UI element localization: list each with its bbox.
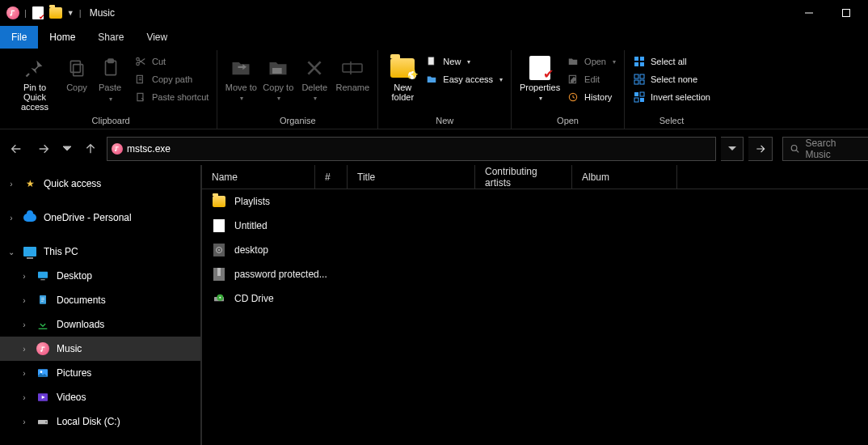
paste-label: Paste▾ xyxy=(99,83,123,104)
svg-rect-20 xyxy=(640,74,644,78)
item-name: Playlists xyxy=(234,196,270,207)
copy-button[interactable]: Copy xyxy=(60,53,94,94)
paste-shortcut-button[interactable]: Paste shortcut xyxy=(131,89,212,105)
tab-file[interactable]: File xyxy=(0,26,38,49)
back-button[interactable] xyxy=(5,138,27,160)
delete-button[interactable]: Delete▾ xyxy=(297,53,332,104)
newfolder-icon: ✨ xyxy=(390,55,415,81)
address-history-button[interactable] xyxy=(721,137,744,161)
expand-icon[interactable]: › xyxy=(6,214,16,222)
paste-button[interactable]: Paste▾ xyxy=(94,53,128,105)
edit-button[interactable]: Edit xyxy=(563,71,619,87)
select-none-button[interactable]: Select none xyxy=(630,71,714,87)
svg-rect-10 xyxy=(272,68,282,74)
tree-label: Quick access xyxy=(44,178,101,189)
group-clipboard-label: Clipboard xyxy=(92,114,130,129)
tree-onedrive[interactable]: › OneDrive - Personal xyxy=(0,206,201,230)
tree-pictures[interactable]: › Pictures xyxy=(0,361,201,385)
copy-to-button[interactable]: Copy to▾ xyxy=(259,53,297,104)
tree-videos[interactable]: › Videos xyxy=(0,385,201,409)
address-input[interactable] xyxy=(127,143,715,155)
cut-button[interactable]: Cut xyxy=(131,53,212,70)
group-organise-label: Organise xyxy=(280,114,316,129)
collapse-icon[interactable]: ⌄ xyxy=(6,248,16,256)
easy-access-button[interactable]: Easy access ▾ xyxy=(422,71,506,87)
list-item-untitled[interactable]: Untitled xyxy=(202,214,868,238)
minimize-button[interactable] xyxy=(790,1,828,25)
tab-home[interactable]: Home xyxy=(38,26,86,49)
column-title[interactable]: Title xyxy=(348,165,475,189)
forward-button[interactable] xyxy=(32,138,55,160)
address-bar[interactable] xyxy=(107,137,716,161)
file-list[interactable]: Name # Title Contributing artists Album … xyxy=(202,165,868,445)
item-name: CD Drive xyxy=(234,293,274,304)
svg-rect-3 xyxy=(70,61,80,72)
edit-label: Edit xyxy=(584,74,600,84)
copypath-icon xyxy=(134,73,147,86)
copyto-label: Copy to▾ xyxy=(263,83,293,103)
column-name[interactable]: Name xyxy=(202,165,315,189)
recent-locations-button[interactable] xyxy=(60,138,74,160)
ini-file-icon xyxy=(212,243,226,257)
rename-label: Rename xyxy=(336,83,370,92)
list-item-desktop[interactable]: desktop xyxy=(202,238,868,262)
tree-quick-access[interactable]: › ★ Quick access xyxy=(0,172,201,196)
address-go-button[interactable] xyxy=(748,137,773,161)
select-all-button[interactable]: Select all xyxy=(630,53,714,70)
expand-icon[interactable]: › xyxy=(19,272,29,281)
expand-icon[interactable]: › xyxy=(19,369,29,378)
column-contributing[interactable]: Contributing artists xyxy=(475,165,572,189)
expand-icon[interactable]: › xyxy=(19,393,29,402)
search-box[interactable]: Search Music xyxy=(782,137,868,161)
tab-share[interactable]: Share xyxy=(86,26,135,49)
properties-button[interactable]: ✔ Properties▾ xyxy=(516,53,563,104)
desktop-icon xyxy=(36,269,50,283)
separator-icon: | xyxy=(24,8,27,18)
qat-dropdown-icon[interactable]: ▼ xyxy=(67,9,74,17)
tab-view[interactable]: View xyxy=(135,26,179,49)
file-icon xyxy=(212,218,226,233)
column-album[interactable]: Album xyxy=(572,165,677,189)
new-folder-button[interactable]: ✨ New folder xyxy=(383,53,422,104)
qat-properties-icon[interactable] xyxy=(32,6,44,19)
pc-icon xyxy=(23,244,37,259)
tree-downloads[interactable]: › Downloads xyxy=(0,312,201,337)
expand-icon[interactable]: › xyxy=(19,417,29,426)
list-item-playlists[interactable]: Playlists xyxy=(202,189,868,214)
history-button[interactable]: History xyxy=(563,89,619,105)
new-item-button[interactable]: New ▾ xyxy=(422,53,506,70)
tree-local-disk[interactable]: › Local Disk (C:) xyxy=(0,409,201,434)
properties-label: Properties▾ xyxy=(520,83,560,103)
up-button[interactable] xyxy=(79,138,102,160)
edit-icon xyxy=(567,73,579,86)
open-label: Open xyxy=(584,57,606,66)
svg-rect-5 xyxy=(108,59,114,62)
list-item-password[interactable]: password protected... xyxy=(202,262,868,286)
rename-button[interactable]: Rename xyxy=(332,53,373,94)
expand-icon[interactable]: › xyxy=(6,180,16,189)
qat-folder-icon[interactable] xyxy=(49,6,62,19)
documents-icon xyxy=(36,293,50,307)
navigation-pane[interactable]: › ★ Quick access › OneDrive - Personal ⌄… xyxy=(0,165,202,445)
svg-rect-26 xyxy=(640,98,644,102)
tree-documents[interactable]: › Documents xyxy=(0,288,201,312)
expand-icon[interactable]: › xyxy=(19,345,29,354)
tree-desktop[interactable]: › Desktop xyxy=(0,264,201,288)
item-name: Untitled xyxy=(234,220,268,231)
copy-icon xyxy=(64,55,90,81)
properties-icon: ✔ xyxy=(527,55,553,81)
tree-this-pc[interactable]: ⌄ This PC xyxy=(0,239,201,264)
invert-selection-button[interactable]: Invert selection xyxy=(630,89,714,105)
move-to-button[interactable]: Move to▾ xyxy=(222,53,259,104)
list-item-cddrive[interactable]: CD Drive xyxy=(202,286,868,311)
copy-path-button[interactable]: Copy path xyxy=(131,71,212,87)
pin-quick-access-button[interactable]: Pin to Quick access xyxy=(10,53,60,113)
column-number[interactable]: # xyxy=(315,165,348,189)
tree-music[interactable]: › Music xyxy=(0,337,201,361)
maximize-button[interactable] xyxy=(828,1,865,25)
svg-rect-19 xyxy=(634,74,638,78)
open-button[interactable]: Open ▾ xyxy=(563,53,619,70)
selectall-icon xyxy=(633,55,646,68)
expand-icon[interactable]: › xyxy=(19,296,29,305)
expand-icon[interactable]: › xyxy=(19,320,29,329)
